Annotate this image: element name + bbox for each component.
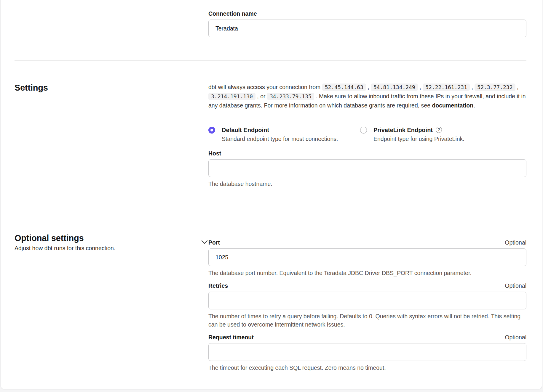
host-input[interactable] bbox=[208, 159, 526, 177]
host-hint: The database hostname. bbox=[208, 180, 526, 188]
default-endpoint-description: Standard endpoint type for most connecti… bbox=[222, 135, 360, 143]
ip-chip: 54.81.134.249 bbox=[371, 83, 418, 91]
ip-chip: 52.45.144.63 bbox=[322, 83, 366, 91]
endpoint-radio-group: Default Endpoint Standard endpoint type … bbox=[208, 126, 526, 143]
ip-chip: 3.214.191.130 bbox=[208, 93, 255, 100]
connection-name-label: Connection name bbox=[208, 10, 257, 17]
retries-hint: The number of times to retry a query bef… bbox=[208, 312, 526, 329]
chevron-down-icon bbox=[201, 240, 208, 244]
default-endpoint-radio[interactable] bbox=[208, 127, 215, 134]
optional-settings-heading: Optional settings bbox=[15, 233, 208, 243]
ip-notice: dbt will always access your connection f… bbox=[208, 83, 526, 110]
privatelink-endpoint-radio[interactable] bbox=[360, 127, 367, 134]
retries-field-group: Retries Optional The number of times to … bbox=[208, 282, 526, 329]
connection-name-section: Connection name bbox=[15, 10, 526, 60]
settings-section: Settings dbt will always access your con… bbox=[15, 61, 526, 209]
connection-name-field-group: Connection name bbox=[208, 10, 526, 37]
optional-badge: Optional bbox=[505, 333, 526, 341]
port-hint: The database port number. Equivalent to … bbox=[208, 269, 526, 277]
port-field-group: Port Optional The database port number. … bbox=[208, 239, 526, 277]
connection-name-left-spacer bbox=[15, 10, 208, 37]
optional-badge: Optional bbox=[505, 282, 526, 290]
retries-input[interactable] bbox=[208, 292, 526, 309]
ip-chip: 52.3.77.232 bbox=[475, 83, 515, 91]
default-endpoint-label: Default Endpoint bbox=[222, 126, 360, 134]
settings-heading: Settings bbox=[15, 83, 208, 93]
optional-badge: Optional bbox=[505, 239, 526, 246]
collapse-section-button[interactable] bbox=[201, 238, 208, 246]
endpoint-option-privatelink[interactable]: PrivateLink Endpoint? Endpoint type for … bbox=[360, 126, 464, 143]
request-timeout-input[interactable] bbox=[208, 343, 526, 361]
privatelink-endpoint-label: PrivateLink Endpoint bbox=[373, 127, 433, 133]
request-timeout-field-group: Request timeout Optional The timeout for… bbox=[208, 333, 526, 372]
retries-label: Retries bbox=[208, 282, 228, 290]
help-icon[interactable]: ? bbox=[436, 127, 442, 133]
host-field-group: Host The database hostname. bbox=[208, 150, 526, 188]
documentation-link[interactable]: documentation bbox=[432, 102, 473, 109]
ip-chip: 52.22.161.231 bbox=[423, 83, 470, 91]
optional-settings-section: Optional settings Adjust how dbt runs fo… bbox=[15, 209, 526, 381]
port-label: Port bbox=[208, 239, 220, 246]
privatelink-endpoint-description: Endpoint type for using PrivateLink. bbox=[373, 135, 464, 143]
endpoint-option-default[interactable]: Default Endpoint Standard endpoint type … bbox=[208, 126, 360, 143]
optional-settings-subtitle: Adjust how dbt runs for this connection. bbox=[15, 244, 208, 252]
port-input[interactable] bbox=[208, 248, 526, 266]
request-timeout-label: Request timeout bbox=[208, 333, 254, 341]
request-timeout-hint: The timeout for executing each SQL reque… bbox=[208, 364, 526, 372]
host-label: Host bbox=[208, 150, 221, 157]
connection-name-input[interactable] bbox=[208, 20, 526, 37]
ip-chip: 34.233.79.135 bbox=[267, 93, 314, 100]
connection-settings-card: Connection name Settings dbt will always… bbox=[1, 0, 542, 389]
